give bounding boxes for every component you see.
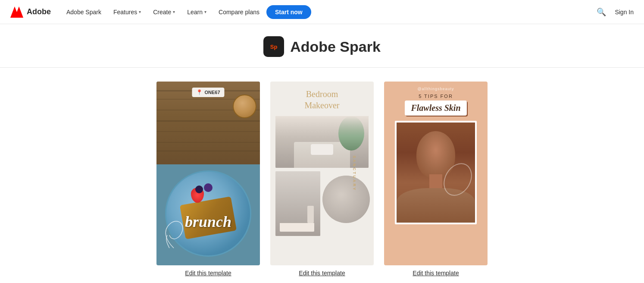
template-card-brunch: 📍 ONE67 brunch <box>156 82 260 277</box>
navbar: Adobe Adobe Spark Features ▾ Create ▾ Le… <box>0 0 644 24</box>
edit-template-link-bedroom[interactable]: Edit this template <box>299 270 345 277</box>
template-card-bedroom: Bedroom Makeover <box>270 82 374 277</box>
coffee-cup <box>233 94 256 118</box>
template-card-skin: @allthingsbeauty 5 TIPS FOR Flawless Ski… <box>384 82 488 277</box>
edit-template-link-brunch[interactable]: Edit this template <box>185 270 231 277</box>
pillow <box>311 144 333 155</box>
skin-photo-frame <box>395 121 477 224</box>
pin-icon: 📍 <box>196 89 203 95</box>
chevron-down-icon: ▾ <box>173 9 175 14</box>
bedroom-photo-bottom <box>275 171 320 236</box>
nav-link-learn[interactable]: Learn ▾ <box>182 5 212 19</box>
template-image-bedroom: Bedroom Makeover <box>270 82 374 265</box>
bedroom-circle-photo <box>324 171 369 258</box>
swirl-decoration <box>161 218 187 252</box>
plant-background <box>338 116 364 151</box>
template-image-skin: @allthingsbeauty 5 TIPS FOR Flawless Ski… <box>384 82 488 265</box>
edit-template-link-skin[interactable]: Edit this template <box>413 270 459 277</box>
candle <box>307 206 314 223</box>
circle-image <box>322 176 370 223</box>
bedroom-title: Bedroom Makeover <box>275 88 369 111</box>
spark-logo-box: Sp <box>263 36 284 57</box>
chevron-down-icon: ▾ <box>139 9 141 14</box>
nav-link-compare-plans[interactable]: Compare plans <box>213 5 265 19</box>
blackberry <box>195 186 203 193</box>
title-box: Flawless Skin <box>405 101 466 116</box>
search-icon: 🔍 <box>597 8 606 16</box>
search-button[interactable]: 🔍 <box>597 7 606 17</box>
nav-links: Adobe Spark Features ▾ Create ▾ Learn ▾ … <box>61 5 597 19</box>
flawless-skin-title: Flawless Skin <box>411 103 460 113</box>
sign-in-link[interactable]: Sign In <box>615 9 634 16</box>
brand-title: Adobe Spark <box>290 38 381 55</box>
sanctuary-text: SANCTUARY <box>352 155 356 191</box>
bed <box>294 142 350 168</box>
spark-logo-icon: Sp <box>270 44 278 50</box>
adobe-logo-text: Adobe <box>27 7 51 16</box>
brand-header: Sp Adobe Spark <box>0 24 644 68</box>
nav-link-create[interactable]: Create ▾ <box>148 5 180 19</box>
start-now-button[interactable]: Start now <box>266 5 311 19</box>
adobe-logo[interactable]: Adobe <box>10 6 51 18</box>
blueberry <box>204 183 213 192</box>
social-handle: @allthingsbeauty <box>417 87 454 91</box>
nav-link-adobe-spark[interactable]: Adobe Spark <box>61 5 106 19</box>
nav-link-features[interactable]: Features ▾ <box>108 5 146 19</box>
brunch-text: brunch <box>185 213 231 231</box>
template-image-brunch: 📍 ONE67 brunch <box>156 82 260 265</box>
nav-right: 🔍 Sign In <box>597 7 634 17</box>
book <box>280 223 314 232</box>
chevron-down-icon: ▾ <box>204 9 206 14</box>
templates-section: 📍 ONE67 brunch <box>0 68 644 283</box>
location-badge: 📍 ONE67 <box>192 88 224 97</box>
person-shoulder <box>397 188 475 223</box>
tips-text: 5 TIPS FOR <box>419 94 453 99</box>
adobe-icon <box>10 6 23 18</box>
